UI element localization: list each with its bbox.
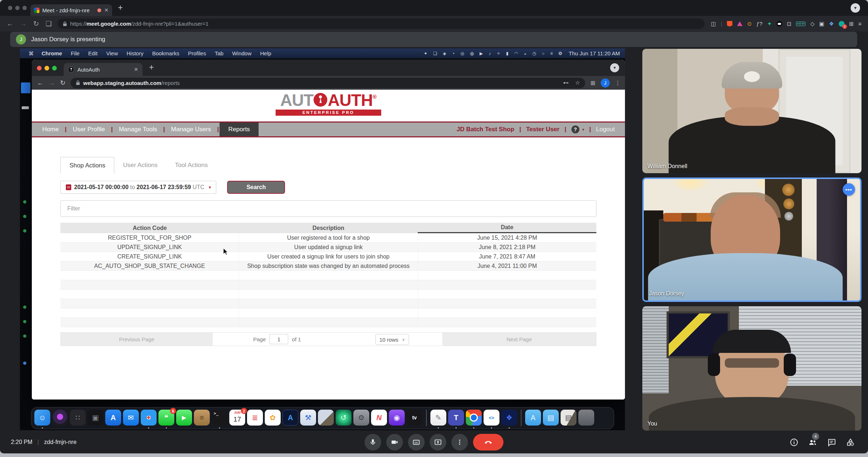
previous-page-button[interactable]: Previous Page	[61, 333, 213, 346]
close-tab-icon[interactable]: ✕	[134, 67, 138, 72]
video-tile-william-donnell[interactable]: William Donnell	[642, 49, 861, 173]
menu-tab[interactable]: Tab	[210, 50, 228, 56]
new-tab-button[interactable]: +	[118, 3, 123, 13]
dock-icon-dropbox[interactable]: ❖ •	[501, 410, 517, 426]
window-zoom-button[interactable]	[52, 66, 57, 71]
power-extension-icon[interactable]: ⊙	[747, 21, 752, 26]
camera-button[interactable]	[386, 434, 403, 450]
siri-status-icon[interactable]: ❂	[556, 51, 565, 56]
dock-icon-mail[interactable]: ✉	[123, 410, 139, 426]
next-page-button[interactable]: Next Page	[442, 333, 596, 346]
window-minimize-button[interactable]	[15, 6, 20, 10]
tab-overflow-button[interactable]: ▾	[610, 63, 619, 72]
participants-button[interactable]: 4	[808, 437, 817, 447]
end-call-button[interactable]	[473, 434, 503, 450]
chat-button[interactable]	[827, 437, 836, 447]
new-tab-button[interactable]: +	[149, 63, 154, 72]
dock-icon-messages[interactable]: ❝ 6 •	[158, 410, 174, 426]
battery-status-icon[interactable]: ▮	[503, 51, 511, 56]
clock-status-icon[interactable]: ◷	[529, 51, 539, 56]
menu-bar-clock[interactable]: Thu Jun 17 11:20 AM	[565, 50, 620, 56]
menu-file[interactable]: File	[67, 50, 84, 56]
dock-icon-trash[interactable]	[578, 410, 594, 426]
nav-item-home[interactable]: Home	[37, 123, 64, 136]
page-number-input[interactable]	[269, 334, 288, 344]
menu-profiles[interactable]: Profiles	[184, 50, 210, 56]
control-center-status-icon[interactable]: ≡	[547, 51, 556, 56]
present-screen-button[interactable]	[430, 434, 446, 450]
dock-icon-applications-folder[interactable]: A	[525, 410, 541, 426]
menu-edit[interactable]: Edit	[84, 50, 102, 56]
dock-icon-launchpad[interactable]: ∷	[70, 410, 86, 426]
reload-icon[interactable]: ↻	[60, 79, 65, 87]
dock-icon-apple-tv[interactable]: tv	[407, 410, 422, 426]
reload-icon[interactable]: ↻	[33, 20, 39, 28]
menu-help[interactable]: Help	[256, 50, 276, 56]
fullscreen-extension-icon[interactable]: ⊡	[787, 21, 792, 26]
microphone-button[interactable]	[365, 434, 381, 450]
dock-icon-contacts[interactable]: ≡	[194, 410, 210, 426]
tab-shop-actions[interactable]: Shop Actions	[60, 157, 114, 174]
camera-extension-icon[interactable]: ◫	[711, 21, 716, 26]
apps-extension-icon[interactable]: ❖	[829, 21, 834, 26]
extensions-puzzle-icon[interactable]: ⊞	[849, 21, 854, 26]
brave-rewards-icon[interactable]	[737, 21, 743, 26]
forward-icon[interactable]: →	[48, 79, 55, 87]
dock-icon-xcode[interactable]: ⚒	[300, 410, 316, 426]
chevron-down-icon[interactable]: ▾	[582, 127, 584, 132]
dock-icon-finder[interactable]: ☺ •	[34, 410, 50, 426]
tab-overview-button[interactable]: ▾	[851, 3, 860, 13]
filter-input[interactable]	[60, 200, 596, 217]
more-options-button[interactable]	[451, 434, 468, 450]
video-tile-you[interactable]: You	[642, 306, 861, 431]
dock-icon-document[interactable]: ▤	[561, 410, 576, 426]
video-tile-jason-dorsey-presenting[interactable]: ••• Jason Dorsey	[642, 178, 861, 302]
column-header-date[interactable]: Date	[418, 223, 596, 233]
dock-icon-vscode[interactable]: <> •	[484, 410, 499, 426]
pause-status-icon[interactable]: ◎	[458, 51, 467, 56]
window-minimize-button[interactable]	[44, 66, 49, 71]
rows-per-page-select[interactable]: 10 rows ∨	[375, 334, 409, 345]
browser-menu-icon[interactable]: ⋮	[615, 80, 621, 86]
dock-icon-documents-folder[interactable]: ▤	[543, 410, 559, 426]
browser-tab-meet[interactable]: Meet - zdd-fmjn-nre ✕	[30, 4, 112, 16]
globe-status-icon[interactable]: ◍	[467, 51, 477, 56]
address-bar[interactable]: https://meet.google.com/zdd-fmjn-nre?pli…	[58, 18, 705, 29]
column-header-action-code[interactable]: Action Code	[60, 223, 239, 233]
nav-item-user-profile[interactable]: User Profile	[67, 123, 110, 136]
profile-avatar[interactable]: J	[601, 78, 610, 87]
apple-menu-icon[interactable]: ⌘	[25, 51, 37, 56]
bird-extension-icon[interactable]: ✦	[767, 21, 772, 26]
back-icon[interactable]: ←	[37, 79, 43, 87]
close-tab-icon[interactable]: ✕	[104, 7, 109, 13]
fq-extension-icon[interactable]: ƒ?	[756, 21, 762, 26]
play-status-icon[interactable]: ▶	[477, 51, 486, 56]
menu-chrome[interactable]: Chrome	[37, 50, 67, 56]
nav-item-manage-users[interactable]: Manage Users	[166, 123, 217, 136]
date-range-picker[interactable]: 2021-05-17 00:00:00 to 2021-06-17 23:59:…	[60, 181, 216, 194]
column-header-description[interactable]: Description	[239, 223, 418, 233]
forward-icon[interactable]: →	[20, 20, 27, 28]
bookmark-icon[interactable]: ❏	[46, 20, 52, 28]
teal-extension-icon[interactable]: 2	[839, 21, 844, 27]
user-name-link[interactable]: Tester User	[526, 126, 559, 133]
shop-name-link[interactable]: JD Batch Test Shop	[457, 126, 514, 133]
menu-history[interactable]: History	[122, 50, 148, 56]
windows-status-icon[interactable]: ❏	[430, 51, 440, 56]
window-close-button[interactable]	[37, 66, 42, 71]
app-status-icon[interactable]: ✦	[421, 51, 430, 56]
tile-options-button[interactable]: •••	[843, 183, 855, 196]
dock-icon-teams[interactable]: T •	[448, 410, 464, 426]
dock-icon-textedit[interactable]: ✎ •	[430, 410, 446, 426]
spotlight-status-icon[interactable]: ○	[539, 51, 547, 56]
address-bar[interactable]: webapp.staging.autoauth.com/reports ⊷ ☆	[71, 78, 585, 88]
hexagon-extension-icon[interactable]: ◇	[810, 21, 814, 26]
dock-icon-chrome[interactable]: •	[466, 410, 482, 426]
brave-shield-icon[interactable]	[727, 21, 732, 27]
dock-icon-app-store-dark[interactable]: A	[282, 410, 298, 426]
search-button[interactable]: Search	[227, 181, 285, 194]
loom-status-icon[interactable]: ◔	[449, 51, 458, 56]
meeting-details-button[interactable]	[789, 437, 799, 447]
dock-icon-siri[interactable]	[52, 410, 68, 426]
extensions-puzzle-icon[interactable]: ⊞	[591, 80, 595, 86]
